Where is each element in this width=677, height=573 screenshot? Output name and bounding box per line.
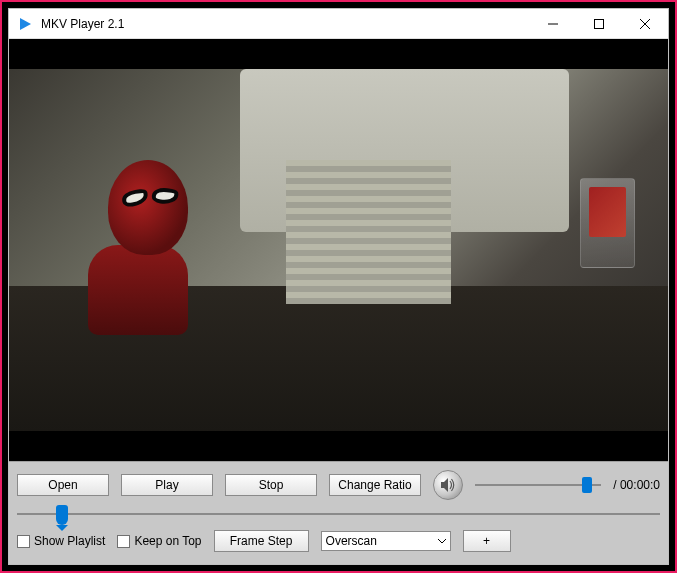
play-icon (17, 16, 33, 32)
close-icon (640, 19, 650, 29)
checkbox-box (117, 535, 130, 548)
controls-panel: Open Play Stop Change Ratio / 00:00:0 (9, 461, 668, 564)
overscan-select[interactable]: Overscan (321, 531, 451, 551)
svg-rect-2 (595, 19, 604, 28)
frame-step-button[interactable]: Frame Step (214, 530, 309, 552)
close-button[interactable] (622, 9, 668, 38)
window: MKV Player 2.1 (8, 8, 669, 565)
video-frame (9, 69, 668, 431)
stop-button[interactable]: Stop (225, 474, 317, 496)
window-title: MKV Player 2.1 (41, 17, 530, 31)
seek-slider[interactable] (17, 504, 660, 526)
show-playlist-label: Show Playlist (34, 534, 105, 548)
volume-thumb[interactable] (582, 477, 592, 493)
video-area[interactable] (9, 39, 668, 461)
time-display: / 00:00:0 (613, 478, 660, 492)
maximize-icon (594, 19, 604, 29)
keep-on-top-label: Keep on Top (134, 534, 201, 548)
maximize-button[interactable] (576, 9, 622, 38)
speaker-button[interactable] (433, 470, 463, 500)
speaker-icon (439, 476, 457, 494)
plus-button[interactable]: + (463, 530, 511, 552)
open-button[interactable]: Open (17, 474, 109, 496)
volume-slider[interactable] (475, 475, 601, 495)
keep-on-top-checkbox[interactable]: Keep on Top (117, 534, 201, 548)
play-button[interactable]: Play (121, 474, 213, 496)
app-frame: MKV Player 2.1 (0, 0, 677, 573)
chevron-down-icon (438, 539, 446, 544)
svg-marker-0 (20, 18, 31, 30)
seek-thumb[interactable] (56, 505, 68, 525)
svg-marker-5 (441, 478, 448, 492)
overscan-value: Overscan (326, 534, 377, 548)
window-controls (530, 9, 668, 38)
show-playlist-checkbox[interactable]: Show Playlist (17, 534, 105, 548)
title-bar[interactable]: MKV Player 2.1 (9, 9, 668, 39)
minimize-icon (548, 19, 558, 29)
checkbox-box (17, 535, 30, 548)
change-ratio-button[interactable]: Change Ratio (329, 474, 421, 496)
minimize-button[interactable] (530, 9, 576, 38)
